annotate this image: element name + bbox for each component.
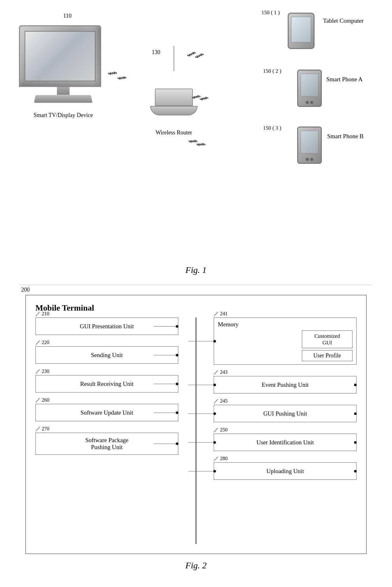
gui-presentation-wrapper: ／ 210 GUI Presentation Unit — [35, 318, 178, 335]
connector-user-identification — [188, 442, 214, 442]
monitor-base-neck — [57, 87, 70, 95]
phonea-label: Smart Phone A — [326, 76, 363, 83]
uploading-wrapper: ／ 280 Uploading Unit — [214, 462, 357, 480]
dot-event-pushing — [213, 384, 216, 386]
ref-241: ／ 241 — [214, 311, 228, 317]
ref-270: ／ 270 — [35, 426, 49, 432]
ref-260: ／ 260 — [35, 397, 49, 404]
monitor-base-foot — [34, 95, 92, 103]
phone-b-body — [297, 127, 322, 164]
phone-b-screen — [301, 131, 318, 153]
signal-line-2: ⌁⌁ — [116, 72, 126, 84]
phone-a-btn2 — [310, 101, 313, 104]
ref-tablet: 150 ( 1 ) — [261, 9, 280, 16]
customized-gui-box: Customized GUI — [302, 331, 352, 348]
diagram-container: 200 Mobile Terminal ／ 210 GUI Presentati… — [25, 295, 367, 554]
phone-a-body — [297, 70, 322, 107]
fig1-section: 110 Smart TV/Display Device ⌁⌁ ⌁⌁ 130 Wi… — [0, 0, 392, 285]
connector-memory — [188, 341, 214, 341]
result-receiving-wrapper: ／ 230 Result Receiving Unit — [35, 375, 178, 392]
tablet-label: Tablet Computer — [323, 17, 364, 24]
router-antenna — [173, 46, 175, 71]
fig2-caption: Fig. 2 — [16, 560, 376, 571]
ref-245: ／ 245 — [214, 398, 228, 405]
signal-line-6: ⌁⌁ — [198, 92, 209, 105]
signal-line-1: ⌁⌁ — [107, 67, 116, 79]
user-profile-box: User Profile — [302, 350, 352, 361]
phoneb-label: Smart Phone B — [327, 133, 364, 140]
monitor-screen-outer — [19, 25, 101, 87]
phone-a — [297, 70, 326, 111]
phone-b-btn2 — [310, 158, 313, 161]
dot-gui-pushing — [213, 412, 216, 415]
left-column: ／ 210 GUI Presentation Unit ／ 220 Sendin… — [35, 318, 178, 464]
gui-pushing-unit: GUI Pushing Unit — [214, 405, 357, 422]
ref-220: ／ 220 — [35, 339, 49, 346]
diagram-title: Mobile Terminal — [35, 303, 357, 313]
connector-gui-pushing — [188, 413, 214, 414]
connector-software-package — [154, 444, 179, 444]
center-line — [196, 318, 196, 544]
ref-280: ／ 280 — [214, 455, 228, 462]
connector-software-update — [154, 412, 179, 413]
ref-phonea: 150 ( 2 ) — [263, 68, 281, 74]
event-pushing-unit: Event Pushing Unit — [214, 376, 357, 393]
ref-210: ／ 210 — [35, 311, 49, 317]
ref-130: 130 — [152, 49, 160, 56]
connector-sending — [154, 355, 179, 355]
ref-110: 110 — [63, 13, 71, 19]
signal-line-7: ⌁⌁ — [188, 136, 197, 147]
signal-line-4: ⌁⌁ — [193, 49, 205, 62]
ref-200: 200 — [21, 287, 30, 293]
tablet-screen — [291, 17, 311, 42]
event-pushing-wrapper: ／ 243 Event Pushing Unit — [214, 376, 357, 393]
ref-250: ／ 250 — [214, 427, 228, 433]
sending-unit-wrapper: ／ 220 Sending Unit — [35, 346, 178, 364]
phone-a-screen — [301, 74, 318, 96]
fig2-section: 200 Mobile Terminal ／ 210 GUI Presentati… — [0, 285, 392, 583]
monitor: Smart TV/Display Device — [19, 25, 107, 108]
uploading-unit: Uploading Unit — [214, 462, 357, 480]
monitor-screen-inner — [25, 31, 95, 81]
dot-uploading — [213, 470, 216, 473]
tablet-body — [288, 13, 315, 49]
memory-label: Memory — [218, 321, 352, 328]
phone-b-btn1 — [306, 158, 309, 161]
right-column: ／ 241 Memory Customized GUI User Profile — [214, 318, 357, 489]
software-update-wrapper: ／ 260 Software Update Unit — [35, 404, 178, 421]
memory-wrapper: ／ 241 Memory Customized GUI User Profile — [214, 318, 357, 365]
router-body — [155, 89, 193, 106]
phone-a-btn1 — [306, 101, 309, 104]
monitor-label: Smart TV/Display Device — [34, 112, 93, 119]
user-identification-wrapper: ／ 250 User Identification Unit — [214, 434, 357, 451]
memory-box: Memory Customized GUI User Profile — [214, 318, 357, 365]
tablet — [288, 13, 319, 54]
ref-243: ／ 243 — [214, 369, 228, 376]
connector-gui-presentation — [154, 326, 179, 326]
phone-b — [297, 127, 326, 168]
fig1-caption: Fig. 1 — [186, 265, 207, 275]
connector-result — [154, 384, 179, 384]
software-package-wrapper: ／ 270 Software Package Pushing Unit — [35, 433, 178, 455]
ref-230: ／ 230 — [35, 368, 49, 375]
phone-a-buttons — [306, 101, 313, 104]
dot-memory — [213, 340, 216, 343]
phone-b-buttons — [306, 158, 313, 161]
ref-phoneb: 150 ( 3 ) — [263, 125, 281, 131]
signal-line-8: ⌁⌁ — [196, 139, 205, 150]
connector-event-pushing — [188, 385, 214, 385]
memory-inner-boxes: Customized GUI User Profile — [218, 331, 352, 361]
router-base — [150, 106, 198, 115]
connector-uploading — [188, 471, 214, 471]
dot-user-identification — [213, 441, 216, 444]
user-identification-unit: User Identification Unit — [214, 434, 357, 451]
gui-pushing-wrapper: ／ 245 GUI Pushing Unit — [214, 405, 357, 422]
router-label: Wireless Router — [156, 129, 192, 136]
